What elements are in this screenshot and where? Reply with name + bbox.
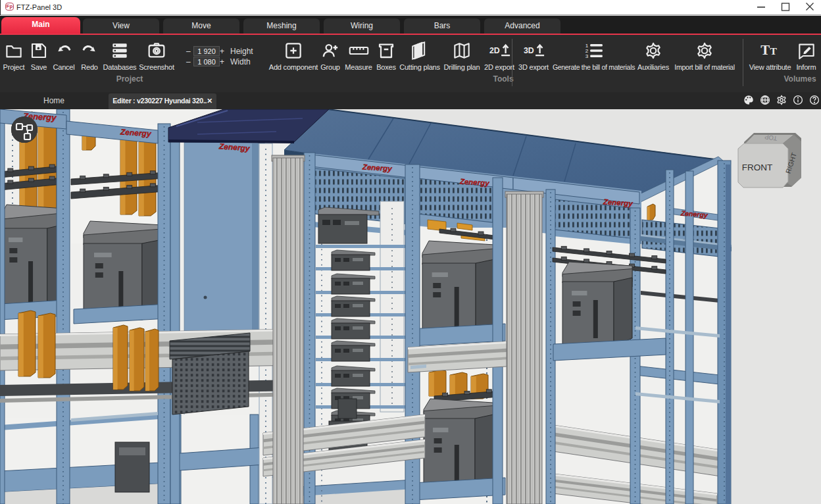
svg-text:3: 3 [585, 53, 589, 59]
svg-text:2D: 2D [489, 46, 499, 55]
svg-text:FRONT: FRONT [742, 163, 773, 172]
svg-text:TOP: TOP [764, 134, 778, 142]
svg-text:Zenergy: Zenergy [120, 128, 153, 139]
svg-text:3D: 3D [523, 46, 534, 55]
svg-text:T: T [770, 46, 778, 57]
svg-text:T: T [760, 43, 770, 58]
